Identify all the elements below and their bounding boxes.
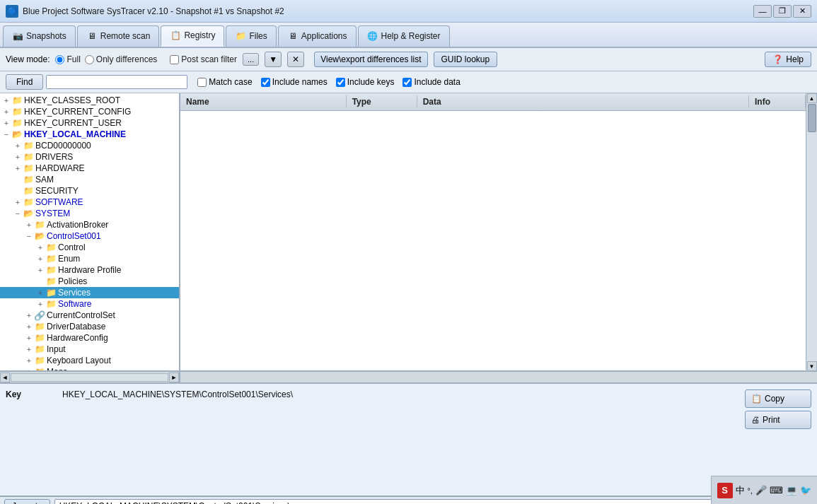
folder-icon-policies: 📁 — [45, 276, 57, 286]
tree-item-hkey-current-user[interactable]: + 📁 HKEY_CURRENT_USER — [0, 117, 179, 129]
folder-icon-control: 📁 — [45, 242, 57, 252]
scroll-up-arrow[interactable]: ▲ — [807, 93, 817, 103]
tab-snapshots[interactable]: 📷 Snapshots — [3, 25, 76, 47]
tree-label-hkey-local-machine: HKEY_LOCAL_MACHINE — [24, 129, 126, 139]
include-data-input[interactable] — [402, 78, 412, 87]
tree-label-hardware-config: HardwareConfig — [47, 333, 108, 343]
tree-item-enum[interactable]: + 📁 Enum — [0, 253, 179, 264]
tree-container: + 📁 HKEY_CLASSES_ROOT + 📁 HKEY_CURRENT_C… — [0, 93, 179, 371]
include-names-checkbox[interactable]: Include names — [261, 77, 328, 87]
view-export-button[interactable]: View\export differences list — [314, 52, 427, 67]
tree-item-policies[interactable]: + 📁 Policies — [0, 276, 179, 287]
tree-item-hardware-profile[interactable]: + 📁 Hardware Profile — [0, 264, 179, 276]
tree-item-control[interactable]: + 📁 Control — [0, 242, 179, 253]
folder-icon-bcd: 📁 — [23, 141, 34, 151]
tree-item-hkey-local-machine[interactable]: − 📂 HKEY_LOCAL_MACHINE — [0, 129, 179, 140]
tab-help-register[interactable]: 🌐 Help & Register — [358, 25, 450, 47]
tree-label-enum: Enum — [58, 254, 80, 264]
sogou-icon[interactable]: S — [717, 483, 733, 498]
find-input[interactable] — [46, 75, 187, 89]
app-icon: 🔵 — [6, 5, 18, 18]
folder-icon-hardware-profile: 📁 — [45, 265, 57, 275]
tab-files[interactable]: 📁 Files — [226, 25, 276, 47]
folder-icon-enum: 📁 — [45, 254, 57, 264]
tree-item-software[interactable]: + 📁 SOFTWARE — [0, 197, 179, 208]
copy-label: Copy — [765, 394, 784, 404]
bird-icon[interactable]: 🐦 — [800, 485, 811, 496]
tree-item-current-control-set[interactable]: + 🔗 CurrentControlSet — [0, 310, 179, 321]
post-scan-filter-checkbox[interactable]: Post scan filter — [170, 54, 237, 64]
close-button[interactable]: ✕ — [793, 5, 811, 18]
system-tray: S 中 °, 🎤 ⌨ 💻 🐦 — [711, 476, 817, 504]
registry-icon: 📋 — [170, 30, 181, 41]
find-button[interactable]: Find — [6, 74, 43, 90]
tree-panel: + 📁 HKEY_CLASSES_ROOT + 📁 HKEY_CURRENT_C… — [0, 93, 180, 371]
jump-to-input[interactable] — [54, 499, 813, 504]
folder-icon-driver-database: 📁 — [34, 322, 45, 332]
expand-icon-services: + — [35, 289, 45, 297]
tab-remote-scan[interactable]: 🖥 Remote scan — [77, 25, 160, 47]
include-keys-input[interactable] — [336, 78, 345, 87]
scroll-right-arrow[interactable]: ► — [169, 373, 179, 382]
tree-item-controlset001[interactable]: − 📂 ControlSet001 — [0, 230, 179, 242]
expand-icon-hardware: + — [13, 165, 23, 172]
restore-button[interactable]: ❐ — [773, 5, 792, 18]
tab-help-register-label: Help & Register — [381, 31, 441, 41]
tree-item-maps[interactable]: + 📁 Maps — [0, 366, 179, 371]
keyboard-icon[interactable]: ⌨ — [770, 485, 783, 496]
tree-label-system: SYSTEM — [35, 209, 70, 218]
registry-scrollbar-h-empty — [180, 372, 817, 383]
tree-item-hkey-classes-root[interactable]: + 📁 HKEY_CLASSES_ROOT — [0, 95, 179, 106]
help-button[interactable]: ❓ Help — [765, 52, 811, 67]
post-scan-filter-input[interactable] — [170, 55, 179, 64]
include-data-checkbox[interactable]: Include data — [402, 77, 460, 87]
minimize-button[interactable]: — — [753, 5, 772, 18]
copy-button[interactable]: 📋 Copy — [745, 389, 811, 408]
post-scan-more-button[interactable]: ... — [243, 53, 259, 66]
tab-registry[interactable]: 📋 Registry — [161, 25, 224, 47]
tree-item-bcd[interactable]: + 📁 BCD00000000 — [0, 140, 179, 151]
full-radio[interactable]: Full — [55, 54, 80, 64]
mic-icon[interactable]: 🎤 — [755, 485, 767, 496]
tree-item-driver-database[interactable]: + 📁 DriverDatabase — [0, 321, 179, 332]
view-mode-label: View mode: — [6, 54, 50, 64]
include-names-input[interactable] — [261, 78, 270, 87]
include-keys-checkbox[interactable]: Include keys — [336, 77, 395, 87]
tree-label-hardware: HARDWARE — [35, 163, 85, 173]
tree-item-security[interactable]: + 📁 SECURITY — [0, 185, 179, 197]
filter-button[interactable]: ▼ — [265, 52, 282, 67]
tree-item-sam[interactable]: + 📁 SAM — [0, 174, 179, 185]
jump-to-button[interactable]: Jump to — [4, 499, 50, 504]
tree-label-sam: SAM — [35, 175, 54, 184]
scroll-left-arrow[interactable]: ◄ — [0, 373, 10, 382]
only-differences-radio[interactable]: Only differences — [85, 54, 158, 64]
monitor-icon[interactable]: 💻 — [786, 485, 797, 496]
window-controls: — ❐ ✕ — [753, 5, 811, 18]
scroll-thumb[interactable] — [808, 104, 816, 132]
scroll-down-arrow[interactable]: ▼ — [807, 361, 817, 371]
tree-item-input[interactable]: + 📁 Input — [0, 344, 179, 355]
match-case-checkbox[interactable]: Match case — [197, 77, 252, 87]
folder-icon-drivers: 📁 — [23, 152, 34, 162]
match-case-input[interactable] — [197, 78, 207, 87]
tree-item-hkey-current-config[interactable]: + 📁 HKEY_CURRENT_CONFIG — [0, 106, 179, 117]
expand-icon-hkey-classes-root: + — [1, 97, 11, 105]
tree-item-hardware[interactable]: + 📁 HARDWARE — [0, 163, 179, 174]
tab-applications[interactable]: 🖥 Applications — [278, 25, 357, 47]
punctuation-icon[interactable]: °, — [748, 486, 753, 495]
registry-scrollbar[interactable]: ▲ ▼ — [806, 93, 817, 371]
tree-item-services[interactable]: + 📁 Services — [0, 287, 179, 298]
tree-item-hardware-config[interactable]: + 📁 HardwareConfig — [0, 332, 179, 344]
print-button[interactable]: 🖨 Print — [745, 411, 811, 429]
chinese-icon[interactable]: 中 — [736, 484, 745, 497]
clear-filter-button[interactable]: ✕ — [287, 52, 304, 67]
tree-item-system[interactable]: − 📂 SYSTEM — [0, 208, 179, 219]
tree-item-drivers[interactable]: + 📁 DRIVERS — [0, 151, 179, 163]
tree-item-software-cs[interactable]: + 📁 Software — [0, 298, 179, 310]
full-radio-input[interactable] — [55, 55, 64, 64]
guid-lookup-button[interactable]: GUID lookup — [434, 52, 498, 67]
tree-item-keyboard-layout[interactable]: + 📁 Keyboard Layout — [0, 355, 179, 366]
tree-item-activation-broker[interactable]: + 📁 ActivationBroker — [0, 219, 179, 230]
registry-table-body — [180, 111, 806, 370]
only-differences-radio-input[interactable] — [85, 55, 94, 64]
